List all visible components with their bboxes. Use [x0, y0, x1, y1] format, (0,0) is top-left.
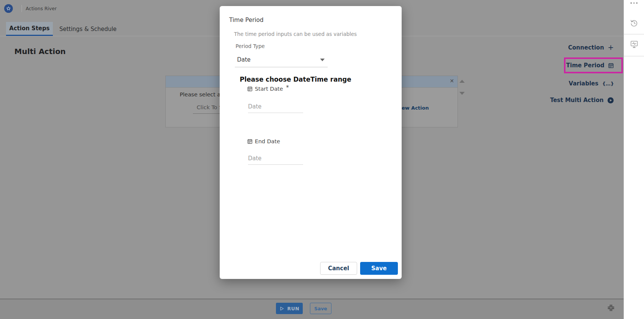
tab-action-steps[interactable]: Action Steps [6, 22, 53, 36]
datetime-range-heading: Please choose DateTime range [240, 76, 351, 83]
chevron-down-icon [320, 59, 325, 61]
bottom-save-button[interactable]: Save [310, 303, 331, 314]
modal-title: Time Period [229, 17, 263, 23]
cancel-button[interactable]: Cancel [320, 262, 357, 275]
history-icon[interactable] [624, 19, 644, 28]
braces-icon: {...} [602, 81, 614, 87]
start-date-input[interactable] [248, 101, 303, 113]
calendar-icon [608, 63, 614, 68]
save-button[interactable]: Save [360, 262, 398, 275]
end-date-label: End Date [247, 138, 280, 144]
run-button[interactable]: RUN [276, 303, 303, 314]
calendar-icon [247, 139, 253, 144]
sidebar-item-test-multi-action[interactable]: Test Multi Action [550, 97, 614, 104]
sidebar-item-variables[interactable]: Variables {...} [569, 80, 614, 87]
compress-icon[interactable] [607, 304, 615, 311]
scroll-up-icon[interactable] [459, 80, 465, 83]
end-date-input[interactable] [248, 152, 303, 165]
right-toolbar [624, 0, 644, 319]
toolbar-divider [624, 34, 644, 34]
period-type-select[interactable]: Date [235, 52, 328, 67]
more-options-icon[interactable] [624, 2, 644, 4]
plus-icon: + [608, 44, 614, 51]
calendar-icon [247, 86, 253, 91]
breadcrumb-divider [22, 5, 22, 12]
tab-settings-schedule[interactable]: Settings & Schedule [53, 22, 123, 36]
breadcrumb[interactable]: Actions River [26, 6, 57, 11]
play-icon [279, 306, 284, 311]
required-asterisk: * [286, 84, 289, 91]
test-multi-action-label: Test Multi Action [550, 97, 604, 104]
time-period-modal: Time Period The time period inputs can b… [220, 6, 402, 279]
variables-label: Variables [569, 80, 599, 87]
page-title: Multi Action [14, 47, 66, 56]
connection-label: Connection [568, 44, 604, 51]
scroll-down-icon[interactable] [459, 92, 465, 95]
app-window: Actions River Action Steps Settings & Sc… [0, 0, 644, 319]
start-date-label: Start Date * [247, 85, 289, 92]
new-action-link[interactable]: ew Action [402, 105, 429, 111]
run-label: RUN [287, 306, 299, 311]
period-type-value: Date [237, 56, 251, 63]
play-circle-icon [607, 97, 614, 104]
start-date-label-text: Start Date [255, 86, 283, 92]
star-icon [6, 6, 11, 11]
toolbar-divider [624, 56, 644, 56]
sidebar-item-time-period[interactable]: Time Period [566, 62, 614, 69]
monitor-activity-icon[interactable] [624, 40, 644, 49]
sidebar-item-connection[interactable]: Connection + [568, 44, 614, 51]
close-icon[interactable]: ✕ [450, 78, 454, 84]
time-period-label: Time Period [566, 62, 604, 69]
end-date-label-text: End Date [255, 138, 280, 144]
modal-subtitle: The time period inputs can be used as va… [234, 31, 357, 37]
app-logo-star-icon[interactable] [4, 4, 13, 13]
period-type-label: Period Type [236, 43, 265, 49]
